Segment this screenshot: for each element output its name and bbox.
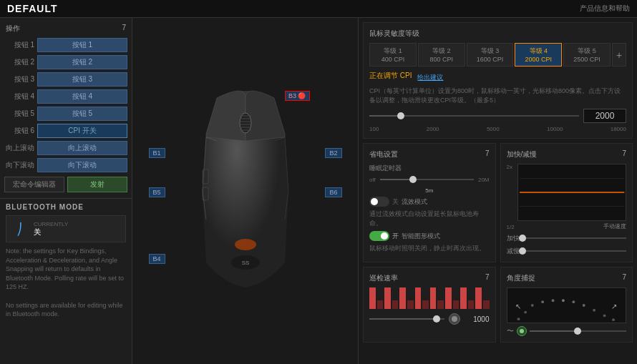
cpi-section: 鼠标灵敏度等级 等级 1400 CPI 等级 2800 CPI 等级 31600…	[363, 22, 633, 139]
polling-value: 1000	[465, 315, 490, 323]
b2-label-area: B2	[325, 148, 341, 157]
button-row-4: 按钮 4 按钮 4	[0, 88, 132, 105]
button-2-action[interactable]: 按钮 2	[37, 55, 127, 69]
angle-section: 角度捕捉 7	[500, 267, 633, 343]
page-title: DEFAULT	[7, 3, 58, 14]
cpi-tabs: 等级 1400 CPI 等级 2800 CPI 等级 31600 CPI 等级 …	[369, 43, 626, 67]
angle-display-svg: ↖ ↗	[507, 288, 626, 323]
accel-section: 加快/减慢 7 2x 1/2	[500, 143, 633, 262]
svg-point-19	[551, 300, 554, 302]
button-4-action[interactable]: 按钮 4	[37, 89, 127, 104]
cpi-tab-1[interactable]: 等级 1400 CPI	[369, 43, 417, 67]
bluetooth-info: CURRENTLY 关	[34, 221, 68, 237]
polling-bars	[369, 287, 490, 309]
b6-label-area: B6	[325, 187, 341, 196]
low-power-desc: 通过流效模式自动设置延长鼠标电池寿命。	[369, 210, 490, 228]
button-row-5: 按钮 5 按钮 5	[0, 105, 132, 122]
cpi-slider[interactable]	[369, 111, 579, 121]
angle-slider-row: 〜	[507, 326, 627, 336]
button-row-1: 按钮 1 按钮 1	[0, 36, 132, 54]
macro-editor-button[interactable]: 宏命令编辑器	[4, 177, 64, 192]
operations-section-header: 操作 7	[0, 22, 132, 36]
cpi-slider-thumb[interactable]	[397, 112, 404, 119]
bluetooth-section: BLUETOOTH MODE ⎠ CURRENTLY 关 Note: the s…	[0, 198, 132, 323]
button-1-action[interactable]: 按钮 1	[37, 38, 127, 52]
cpi-slider-row: 2000	[369, 109, 626, 123]
power-section-title: 省电设置 7	[369, 149, 490, 159]
svg-point-17	[530, 304, 533, 307]
cpi-value[interactable]: 2000	[583, 109, 626, 123]
manual-speed-label: 手动速度	[517, 222, 626, 230]
angle-toggle[interactable]	[517, 326, 527, 336]
accel-chart	[517, 164, 626, 221]
mouse-image[interactable]: SS	[174, 77, 317, 305]
scroll-down-action[interactable]: 向下滚动	[37, 158, 127, 172]
polling-slider-thumb[interactable]	[433, 315, 440, 323]
sleep-value: 5m	[369, 187, 490, 194]
smart-mode-toggle[interactable]	[369, 231, 389, 241]
b4-label-area: B4	[149, 254, 165, 262]
button-row-scroll-up: 向上滚动 向上滚动	[0, 139, 132, 157]
help-link[interactable]: 产品信息和帮助	[580, 4, 630, 14]
angle-slider-thumb[interactable]	[574, 328, 581, 335]
power-accel-row: 省电设置 7 睡眠定时器 off 20M 5m	[363, 143, 633, 262]
main-layout: 操作 7 按钮 1 按钮 1 按钮 2 按钮 2 按钮 3 按钮 3 按钮 4 …	[0, 18, 637, 364]
cpi-tab-2[interactable]: 等级 2800 CPI	[418, 43, 465, 67]
low-power-row: 关 流效模式	[369, 197, 490, 207]
svg-text:SS: SS	[241, 260, 249, 266]
angle-display: ↖ ↗	[507, 287, 627, 323]
cpi-add-button[interactable]: +	[612, 43, 626, 67]
cpi-tab-5[interactable]: 等级 52500 CPI	[563, 43, 611, 67]
accel-section-title: 加快/减慢 7	[507, 149, 627, 159]
button-3-action[interactable]: 按钮 3	[37, 72, 127, 87]
polling-slider[interactable]	[369, 314, 444, 324]
header: DEFAULT 产品信息和帮助	[0, 0, 637, 18]
polling-section-title: 巡检速率 7	[369, 273, 490, 283]
cpi-section-title: 鼠标灵敏度等级	[369, 29, 626, 39]
button-5-action[interactable]: 按钮 5	[37, 107, 127, 121]
angle-slider[interactable]	[530, 326, 627, 336]
power-section: 省电设置 7 睡眠定时器 off 20M 5m	[363, 143, 496, 262]
button-row-2: 按钮 2 按钮 2	[0, 54, 132, 71]
accel-slider-row: 加快	[507, 233, 627, 243]
sleep-slider-thumb[interactable]	[409, 176, 417, 183]
svg-point-21	[572, 300, 575, 303]
accel-slider[interactable]	[522, 233, 627, 243]
accel-controls: 加快 减慢	[507, 230, 627, 256]
cpi-tab-3[interactable]: 等级 31600 CPI	[467, 43, 514, 67]
svg-point-20	[562, 300, 565, 302]
svg-point-22	[582, 304, 585, 307]
button-row-scroll-down: 向下滚动 向下滚动	[0, 157, 132, 174]
sleep-slider-row: off 20M	[369, 174, 490, 185]
svg-text:↖: ↖	[515, 302, 520, 310]
svg-point-18	[541, 300, 544, 303]
decel-slider-thumb[interactable]	[519, 247, 526, 255]
cpi-hint[interactable]: 给出建议	[417, 73, 443, 82]
svg-text:↗: ↗	[611, 302, 617, 310]
decel-slider-row: 减慢	[507, 246, 627, 256]
polling-section: 巡检速率 7	[363, 267, 496, 343]
b3-label: B3 🔴	[285, 91, 310, 101]
bluetooth-status: ⎠ CURRENTLY 关	[6, 215, 126, 242]
polling-indicator	[449, 313, 460, 325]
b1-label: B1	[149, 148, 165, 158]
bluetooth-status-value: 关	[34, 227, 68, 237]
scroll-up-action[interactable]: 向上滚动	[37, 141, 127, 155]
send-button[interactable]: 发射	[67, 177, 127, 192]
cpi-slider-labels: 100 2000 5000 10000 18000	[369, 126, 626, 132]
b2-label: B2	[325, 148, 341, 158]
cpi-tab-4[interactable]: 等级 42000 CPI	[515, 43, 562, 67]
svg-point-16	[524, 311, 527, 314]
macro-row: 宏命令编辑器 发射	[0, 174, 132, 195]
sleep-slider[interactable]	[380, 174, 474, 185]
bluetooth-title: BLUETOOTH MODE	[6, 203, 126, 211]
button-6-action[interactable]: CPI 开关	[37, 124, 127, 138]
button-row-3: 按钮 3 按钮 3	[0, 71, 132, 88]
center-panel: B3 🔴 B1 B2 B5 B6 B4	[132, 18, 358, 364]
svg-point-15	[517, 318, 520, 320]
accel-slider-thumb[interactable]	[519, 235, 526, 242]
polling-slider-row: 1000	[369, 313, 490, 325]
smart-mode-row: 开 智能图形模式	[369, 231, 490, 241]
decel-slider[interactable]	[522, 246, 627, 256]
low-power-toggle[interactable]	[369, 197, 389, 207]
